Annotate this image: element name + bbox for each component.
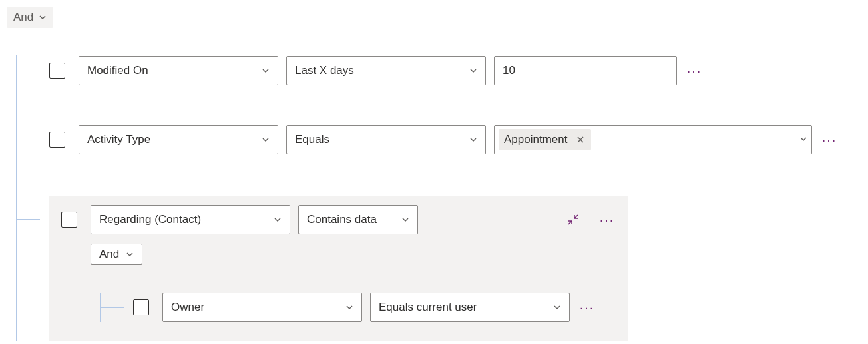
chevron-down-icon [799,135,807,143]
operator-dropdown[interactable]: Equals [286,125,486,154]
nested-tree: Owner Equals current user ··· [100,293,616,322]
more-icon: ··· [600,213,615,226]
value-input[interactable] [494,56,677,85]
more-icon: ··· [687,64,702,77]
row-more-button[interactable]: ··· [685,61,704,80]
field-dropdown[interactable]: Modified On [79,56,278,85]
more-icon: ··· [822,133,837,146]
row-checkbox[interactable] [61,212,77,228]
chevron-down-icon [469,67,477,75]
chevron-down-icon [469,136,477,144]
operator-dropdown[interactable]: Equals current user [370,293,570,322]
nested-group: And Owner Equa [91,244,616,322]
chevron-down-icon [553,303,561,311]
related-entity-group: Regarding (Contact) Contains data [16,196,861,341]
row-more-button[interactable]: ··· [820,130,839,149]
more-icon: ··· [580,301,595,314]
tag: Appointment [499,129,591,150]
entity-condition-dropdown[interactable]: Contains data [298,205,418,234]
chevron-down-icon [126,250,134,258]
row-checkbox[interactable] [133,299,149,315]
nested-group-operator[interactable]: And [91,244,142,265]
close-icon [576,136,584,144]
field-label: Owner [171,301,204,314]
operator-label: Equals [295,133,329,146]
operator-label: Last X days [295,64,354,77]
tagbox-caret [794,134,807,146]
field-dropdown[interactable]: Activity Type [79,125,278,154]
tag-label: Appointment [504,133,567,146]
field-label: Activity Type [87,133,150,146]
value-tagbox[interactable]: Appointment [494,125,812,154]
chevron-down-icon [345,303,353,311]
collapse-button[interactable] [564,211,582,228]
collapse-icon [567,214,579,226]
condition-row: Modified On Last X days ··· [16,55,861,86]
tree-connector-horizontal [16,140,40,140]
chevron-down-icon [262,67,270,75]
entity-label: Regarding (Contact) [99,213,201,226]
tree-connector-horizontal [16,71,40,71]
entity-condition-label: Contains data [307,213,377,226]
group-operator[interactable]: And [7,7,53,28]
chevron-down-icon [39,13,47,21]
entity-dropdown[interactable]: Regarding (Contact) [91,205,290,234]
condition-row: Activity Type Equals Appointment [16,124,861,156]
chevron-down-icon [274,216,282,224]
related-entity-header: Regarding (Contact) Contains data [61,205,616,234]
operator-dropdown[interactable]: Last X days [286,56,486,85]
chevron-down-icon [401,216,409,224]
chevron-down-icon [262,136,270,144]
group-more-button[interactable]: ··· [598,210,616,229]
related-entity-panel: Regarding (Contact) Contains data [49,196,628,341]
tree-connector-horizontal [16,219,40,220]
field-label: Modified On [87,64,148,77]
condition-tree: Modified On Last X days ··· Activity Typ… [16,55,861,341]
tag-remove-button[interactable] [575,134,586,145]
nested-group-operator-label: And [99,248,119,261]
row-checkbox[interactable] [49,63,65,79]
operator-label: Equals current user [379,301,477,314]
filter-builder: And Modified On Last X days ··· [7,7,861,341]
field-dropdown[interactable]: Owner [162,293,362,322]
row-checkbox[interactable] [49,132,65,148]
group-operator-label: And [13,11,33,24]
row-more-button[interactable]: ··· [578,298,596,317]
condition-row: Owner Equals current user ··· [100,293,616,322]
tree-connector-horizontal [100,307,124,308]
